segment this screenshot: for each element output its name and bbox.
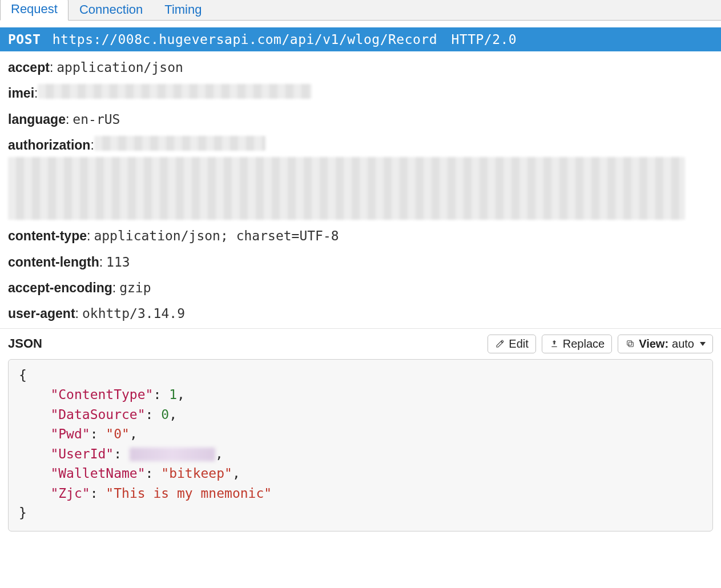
body-section-label: JSON — [8, 336, 42, 351]
http-method: POST — [8, 32, 41, 47]
svg-rect-1 — [627, 341, 632, 345]
header-row: authorization: — [8, 132, 713, 223]
header-name: language — [8, 110, 66, 129]
header-name: accept-encoding — [8, 279, 112, 297]
tab-request[interactable]: Request — [0, 0, 69, 21]
body-section-bar: JSON Edit Replace View: auto — [0, 329, 721, 359]
header-row: imei: — [8, 80, 713, 106]
redacted-value — [130, 448, 215, 461]
header-name: imei — [8, 84, 34, 103]
header-name: content-type — [8, 227, 87, 245]
header-value: gzip — [119, 279, 151, 297]
replace-button[interactable]: Replace — [542, 335, 612, 353]
view-mode-button[interactable]: View: auto — [618, 335, 713, 353]
json-body: { "ContentType": 1, "DataSource": 0, "Pw… — [8, 359, 713, 531]
body-actions: Edit Replace View: auto — [488, 335, 713, 353]
header-name: user-agent — [8, 304, 75, 323]
redacted-value — [38, 84, 312, 99]
request-summary: POST https://008c.hugeversapi.com/api/v1… — [0, 27, 721, 51]
chevron-down-icon — [700, 342, 706, 346]
copy-icon — [625, 339, 635, 349]
tab-connection[interactable]: Connection — [69, 0, 154, 21]
header-name: authorization — [8, 136, 90, 155]
header-name: accept — [8, 58, 50, 77]
upload-icon — [549, 339, 559, 349]
tabs-bar: Request Connection Timing — [0, 0, 721, 21]
view-mode-value: auto — [672, 337, 694, 351]
header-value: 113 — [106, 253, 130, 272]
view-mode-prefix: View: — [639, 337, 668, 351]
header-value: en-rUS — [72, 110, 120, 129]
request-url: https://008c.hugeversapi.com/api/v1/wlog… — [53, 32, 437, 47]
header-row: content-type: application/json; charset=… — [8, 223, 713, 249]
header-value: okhttp/3.14.9 — [82, 304, 185, 323]
header-row: language: en-rUS — [8, 107, 713, 132]
header-value: application/json; charset=UTF-8 — [94, 227, 339, 245]
header-value: application/json — [57, 58, 183, 77]
header-name: content-length — [8, 253, 99, 272]
request-headers: accept: application/jsonimei: language: … — [0, 51, 721, 329]
replace-button-label: Replace — [563, 337, 605, 351]
tab-timing[interactable]: Timing — [154, 0, 212, 21]
header-row: user-agent: okhttp/3.14.9 — [8, 301, 713, 327]
edit-button-label: Edit — [509, 337, 528, 351]
edit-icon — [495, 339, 505, 349]
header-row: accept: application/json — [8, 55, 713, 80]
http-protocol: HTTP/2.0 — [451, 32, 517, 47]
svg-rect-0 — [629, 343, 634, 347]
header-row: content-length: 113 — [8, 249, 713, 275]
header-row: accept-encoding: gzip — [8, 275, 713, 301]
edit-button[interactable]: Edit — [488, 335, 535, 353]
